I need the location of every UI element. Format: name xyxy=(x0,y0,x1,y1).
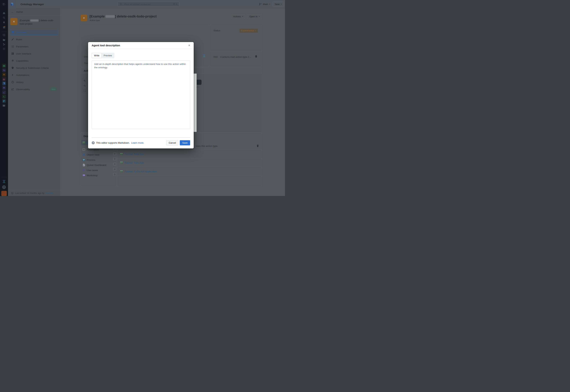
sidebar-item-rules[interactable]: Rules xyxy=(10,37,58,42)
quiver-dashboard-icon xyxy=(82,164,85,167)
branch-icon xyxy=(259,3,262,5)
action-type-icon: × xyxy=(10,18,17,25)
copy-clipboard-icon[interactable] xyxy=(255,55,257,58)
new-button[interactable]: New ▾ xyxy=(273,2,284,7)
home-label: Home xyxy=(16,11,23,13)
tab-preview[interactable]: Preview xyxy=(102,53,114,58)
sidebar-menu: Overview Rules Parameters User Interface… xyxy=(8,27,60,92)
usage-row[interactable]: Tutorial: Todo App xyxy=(117,150,262,158)
dependency-count: 0 xyxy=(113,163,117,166)
search-input[interactable] xyxy=(124,3,172,6)
actions-button[interactable]: Actions▾ xyxy=(231,14,245,19)
usage-link[interactable]: Tutorial: Todo App xyxy=(124,153,144,155)
apps-grid-icon[interactable] xyxy=(0,48,8,50)
sidebar-item-security[interactable]: Security & Submission Criteria xyxy=(10,65,58,71)
redacted-text xyxy=(30,19,39,22)
sidebar-item-capabilities[interactable]: Capabilities xyxy=(10,58,58,64)
object-explorer-icon[interactable] xyxy=(0,68,8,72)
dependency-item-use-cases[interactable]: Use cases xyxy=(81,168,116,173)
usage-row[interactable]: Tutorial: To Do AIP Application xyxy=(117,167,262,176)
dependency-count: 0 xyxy=(113,173,117,176)
app-window-icon xyxy=(120,153,123,155)
project-title: [Example .] delete-osdk-todo-project xyxy=(20,18,58,26)
terminal-app-icon[interactable] xyxy=(0,95,8,98)
save-button[interactable]: Save xyxy=(180,140,190,145)
sidebar-back-home[interactable]: ← Home xyxy=(8,8,60,16)
status-card: Status Experimental▾ RID ri.actions.main… xyxy=(210,25,262,67)
fit-to-screen-button[interactable] xyxy=(82,88,87,93)
workshop-icon xyxy=(82,174,85,177)
action-type-icon: × xyxy=(81,14,87,21)
search-shortcut: ⌘ K xyxy=(173,3,177,5)
modal-title: Agent tool description xyxy=(92,44,120,47)
ontology-manager-cube-icon[interactable] xyxy=(0,82,8,85)
zoom-out-button[interactable] xyxy=(82,83,87,88)
open-in-button[interactable]: Open in▾ xyxy=(247,14,262,19)
sidebar-item-observability[interactable]: Observability New xyxy=(10,86,58,92)
history-icon[interactable] xyxy=(0,34,8,36)
collapse-menu-icon[interactable] xyxy=(0,2,8,6)
aip-generate-icon[interactable] xyxy=(203,54,206,57)
tab-write[interactable]: Write xyxy=(92,53,102,58)
sidebar-item-history[interactable]: History xyxy=(10,79,58,85)
resources-cubes-icon[interactable] xyxy=(0,43,8,46)
modules-shapes-icon[interactable] xyxy=(0,99,8,103)
object-view-icon xyxy=(82,153,85,156)
sidebar-item-parameters[interactable]: Parameters xyxy=(10,44,58,49)
status-dropdown[interactable]: Experimental▾ xyxy=(239,29,258,33)
status-label: Status xyxy=(214,29,220,32)
graph-node[interactable] xyxy=(197,80,202,85)
dependency-item-quiver-dashboard[interactable]: Quiver Dashboard xyxy=(81,163,116,168)
usage-link[interactable]: Tutorial: Todo App xyxy=(124,161,144,164)
dependency-item-process[interactable]: Process xyxy=(81,157,116,162)
notifications-bell-icon[interactable] xyxy=(0,21,8,24)
sidebar-item-overview[interactable]: Overview xyxy=(10,29,58,35)
home-icon[interactable] xyxy=(0,12,8,14)
sidebar: ← Home × [Example .] delete-osdk-todo-pr… xyxy=(8,8,60,196)
sidebar-project-header[interactable]: × [Example .] delete-osdk-todo-project xyxy=(8,16,60,27)
help-icon[interactable]: ? xyxy=(0,185,8,189)
user-avatar[interactable] xyxy=(1,191,7,196)
close-icon[interactable]: × xyxy=(188,44,190,47)
sidebar-item-user-interface[interactable]: User Interface xyxy=(10,51,58,56)
rid-value[interactable]: ri.actions.main.action-type.2… xyxy=(220,56,251,58)
chevron-down-icon: ▾ xyxy=(281,3,282,5)
trash-icon[interactable] xyxy=(256,144,259,147)
tool-description-textarea[interactable] xyxy=(92,61,190,129)
dependency-item-workshop[interactable]: Workshop xyxy=(81,173,116,178)
branch-selector[interactable]: Main ▾ xyxy=(259,3,270,5)
markdown-note: This editor supports Markdown. xyxy=(96,141,130,144)
layers-app-icon[interactable] xyxy=(0,86,8,90)
usage-row[interactable]: Tutorial: Todo App xyxy=(117,158,262,167)
folder-star-icon[interactable] xyxy=(0,104,8,107)
bar-chart-app-icon[interactable] xyxy=(0,77,8,81)
aip-logo-icon[interactable] xyxy=(0,180,8,183)
aip-agent-robot-icon[interactable] xyxy=(0,64,8,68)
cancel-button[interactable]: Cancel xyxy=(166,140,178,145)
list-icon xyxy=(11,45,14,48)
shield-icon xyxy=(11,67,14,69)
dependency-item-object-view[interactable]: Object View xyxy=(81,152,116,157)
history-icon xyxy=(11,192,14,194)
modal-header: Agent tool description × xyxy=(88,42,194,49)
layout-icon xyxy=(11,52,14,55)
foundry-logo[interactable] xyxy=(8,0,16,8)
global-search[interactable]: ⌘ K xyxy=(118,2,179,7)
sidebar-item-automations[interactable]: Automations xyxy=(10,72,58,78)
projects-folder-icon[interactable] xyxy=(0,39,8,41)
contour-funnel-icon[interactable] xyxy=(0,73,8,77)
chevron-down-icon: ▾ xyxy=(269,3,270,5)
usage-link[interactable]: Tutorial: To Do AIP Application xyxy=(124,170,157,173)
edited-by-link[interactable]: Foundry xyxy=(45,192,54,194)
zoom-in-button[interactable] xyxy=(82,78,87,83)
page-title: [Example ] delete-osdk-todo-project xyxy=(89,14,157,18)
chart-magnifier-icon xyxy=(11,88,14,91)
chevron-down-icon: ▾ xyxy=(255,30,256,31)
line-chart-app-icon[interactable] xyxy=(0,90,8,94)
branch-name: Main xyxy=(263,3,268,5)
search-icon[interactable] xyxy=(0,16,8,19)
automation-icon xyxy=(82,148,85,151)
learn-more-link[interactable]: Learn more. xyxy=(131,141,144,144)
whats-new-gift-icon[interactable] xyxy=(0,26,8,29)
sidebar-footer: Last edited 16 months ago by Foundry xyxy=(8,190,60,196)
